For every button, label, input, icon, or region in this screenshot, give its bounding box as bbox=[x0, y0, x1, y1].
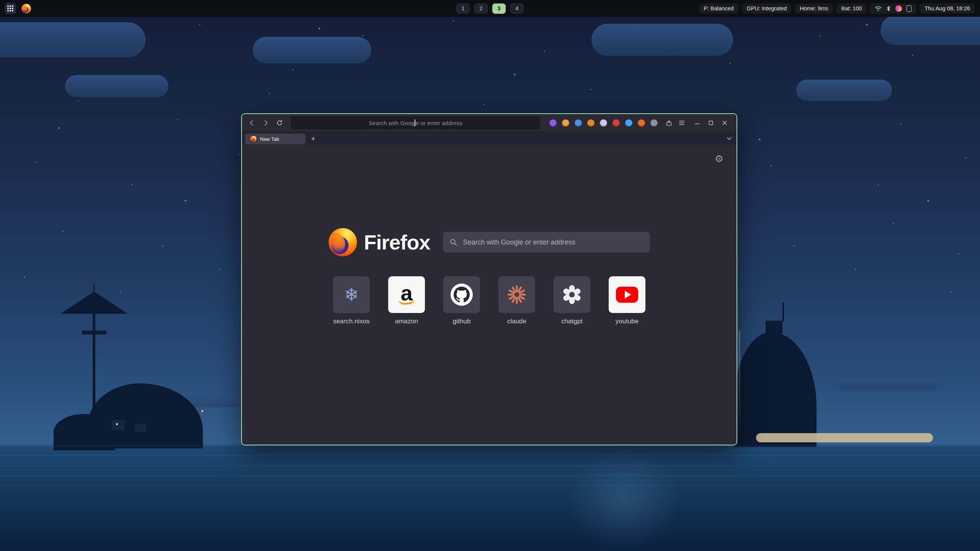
extension-icon-5[interactable] bbox=[600, 119, 607, 127]
shortcut-search-nixos[interactable]: ❄ search.nixos bbox=[333, 276, 370, 325]
github-octocat-icon bbox=[451, 284, 473, 306]
top-status-bar: 1 2 3 4 P: Balanced GPU: Integrated Home… bbox=[0, 0, 980, 17]
extension-icon-7[interactable] bbox=[625, 119, 632, 127]
clock-module: Thu Aug 08, 18:26 bbox=[920, 3, 975, 13]
newtab-search-input[interactable] bbox=[443, 232, 650, 253]
cloud bbox=[65, 75, 168, 97]
youtube-play-icon bbox=[616, 287, 638, 303]
island-rock bbox=[54, 414, 115, 450]
gpu-module: GPU: Integrated bbox=[742, 3, 792, 13]
back-button[interactable] bbox=[246, 117, 258, 129]
extension-icon-2[interactable] bbox=[562, 119, 569, 127]
shortcut-github[interactable]: github bbox=[443, 276, 480, 325]
firefox-logo bbox=[328, 228, 357, 256]
workspace-button-3[interactable]: 3 bbox=[492, 3, 506, 14]
shortcut-label: chatgpt bbox=[561, 318, 583, 325]
shortcut-chatgpt[interactable]: chatgpt bbox=[554, 276, 590, 325]
light-beam bbox=[738, 331, 740, 440]
watchtower-platform bbox=[82, 331, 106, 334]
cliff-rock bbox=[734, 332, 817, 447]
openai-logo-icon bbox=[562, 284, 582, 305]
shortcut-label: amazon bbox=[395, 318, 418, 325]
shortcut-youtube[interactable]: youtube bbox=[609, 276, 645, 325]
search-icon bbox=[450, 238, 457, 246]
navigation-toolbar: Search with Google or enter address bbox=[242, 114, 737, 132]
workspace-button-2[interactable]: 2 bbox=[474, 3, 488, 14]
chevron-down-icon bbox=[727, 137, 732, 140]
list-all-tabs-button[interactable] bbox=[727, 137, 732, 140]
urlbar[interactable]: Search with Google or enter address bbox=[291, 116, 540, 129]
shortcut-claude[interactable]: claude bbox=[498, 276, 535, 325]
maximize-button[interactable] bbox=[705, 117, 717, 129]
menu-button[interactable] bbox=[676, 117, 688, 129]
extension-icon-6[interactable] bbox=[612, 119, 620, 127]
claude-starburst-icon bbox=[507, 285, 527, 305]
close-icon bbox=[722, 121, 727, 125]
shortcut-tile[interactable]: ❄ bbox=[333, 276, 370, 313]
reload-button[interactable] bbox=[273, 117, 286, 129]
minimize-button[interactable] bbox=[691, 117, 703, 129]
tablet-icon bbox=[906, 5, 911, 12]
cloud bbox=[253, 37, 371, 64]
personalize-gear-icon[interactable]: ⚙ bbox=[715, 154, 724, 164]
cliff-pole bbox=[782, 302, 784, 321]
new-tab-page: ⚙ Firefox ❄ search.nixos bbox=[242, 145, 737, 445]
extension-icon-3[interactable] bbox=[575, 119, 582, 127]
tab-new-tab[interactable]: New Tab bbox=[245, 134, 305, 144]
shortcut-tile[interactable] bbox=[554, 276, 590, 313]
tab-title: New Tab bbox=[260, 136, 279, 142]
window-controls bbox=[689, 117, 733, 129]
shortcut-label: youtube bbox=[616, 318, 639, 325]
maximize-icon bbox=[709, 121, 713, 125]
bluetooth-icon bbox=[886, 5, 891, 12]
app-grid-icon bbox=[7, 5, 14, 12]
app-launcher-button[interactable] bbox=[5, 3, 16, 14]
lit-window bbox=[201, 410, 203, 412]
extension-icon-4[interactable] bbox=[587, 119, 595, 127]
extensions-button[interactable] bbox=[663, 117, 675, 129]
hamburger-icon bbox=[679, 120, 685, 126]
beach-sand bbox=[756, 433, 933, 442]
cloud bbox=[0, 22, 145, 57]
tab-bar: New Tab + bbox=[242, 132, 737, 145]
workspace-button-4[interactable]: 4 bbox=[510, 3, 524, 14]
system-tray bbox=[870, 3, 916, 14]
extensions-puzzle-icon bbox=[666, 120, 672, 126]
reload-icon bbox=[276, 120, 283, 126]
ocean-waves bbox=[0, 445, 980, 495]
battery-module: Bat: 100 bbox=[836, 3, 866, 13]
extension-icon-8[interactable] bbox=[638, 119, 645, 127]
shortcut-tiles: ❄ search.nixos a amazon bbox=[333, 276, 645, 325]
minimize-icon bbox=[695, 121, 699, 125]
new-tab-button[interactable]: + bbox=[308, 134, 318, 144]
firefox-icon[interactable] bbox=[21, 4, 31, 13]
chevron-left-icon bbox=[249, 120, 255, 126]
close-button[interactable] bbox=[719, 117, 730, 129]
workspace-button-1[interactable]: 1 bbox=[456, 3, 470, 14]
firefox-wordmark: Firefox bbox=[364, 230, 430, 254]
island-hut bbox=[112, 420, 125, 430]
cloud bbox=[796, 80, 892, 101]
cloud bbox=[838, 379, 938, 390]
island-hut bbox=[135, 424, 146, 432]
wifi-icon bbox=[875, 6, 882, 11]
extension-icon-1[interactable] bbox=[549, 119, 557, 127]
shortcut-tile[interactable]: a bbox=[388, 276, 425, 313]
cloud bbox=[591, 24, 733, 56]
extension-icon-9[interactable] bbox=[650, 119, 658, 127]
shortcut-tile[interactable] bbox=[498, 276, 535, 313]
shortcut-tile[interactable] bbox=[443, 276, 480, 313]
lit-window bbox=[116, 423, 118, 425]
shortcut-label: search.nixos bbox=[333, 318, 369, 325]
nixos-snowflake-icon: ❄ bbox=[344, 286, 359, 303]
amazon-a-icon: a bbox=[394, 282, 419, 307]
shortcut-tile[interactable] bbox=[609, 276, 645, 313]
firefox-window: Search with Google or enter address bbox=[241, 113, 737, 445]
forward-button[interactable] bbox=[260, 117, 272, 129]
shortcut-amazon[interactable]: a amazon bbox=[388, 276, 425, 325]
cloud bbox=[880, 15, 980, 45]
firefox-favicon bbox=[250, 136, 256, 142]
chevron-right-icon bbox=[263, 120, 269, 126]
power-profile-module: P: Balanced bbox=[699, 3, 738, 13]
topbar-right: P: Balanced GPU: Integrated Home: 9ms Ba… bbox=[699, 3, 980, 14]
